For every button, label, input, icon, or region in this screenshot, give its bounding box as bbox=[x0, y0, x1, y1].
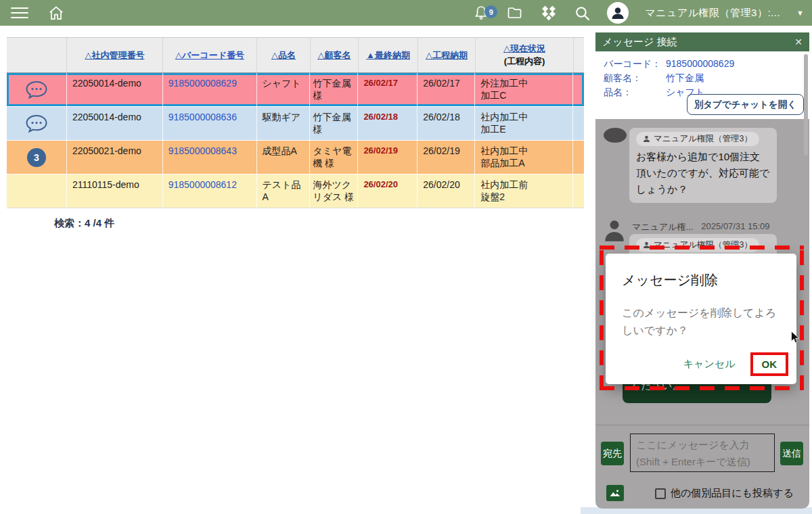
checkbox-label: 他の個別品目にも投稿する bbox=[671, 487, 794, 500]
management-no: 21110115-demo bbox=[67, 174, 163, 208]
process-due-date: 26/02/18 bbox=[418, 107, 475, 140]
annotation-dashed-border-right bbox=[800, 246, 804, 390]
ok-button-highlight-annotation: OK bbox=[750, 352, 789, 376]
ok-button[interactable]: OK bbox=[762, 358, 777, 370]
header-status[interactable]: △現在状況(工程内容) bbox=[476, 38, 574, 72]
message-panel-title: メッセージ 接続 bbox=[602, 36, 677, 49]
current-status: 社内加工前 旋盤2 bbox=[475, 174, 573, 208]
info-row-barcode: バーコード：9185000008629 bbox=[604, 57, 801, 71]
process-due-date: 26/02/20 bbox=[418, 174, 475, 208]
menu-icon[interactable] bbox=[11, 7, 28, 19]
management-no: 22050014-demo bbox=[67, 107, 163, 140]
info-barcode-value: 9185000008629 bbox=[666, 58, 734, 69]
product-name: 成型品A bbox=[257, 141, 311, 174]
notifications-bell-icon[interactable]: 9 bbox=[473, 5, 489, 21]
process-due-date: 26/02/17 bbox=[418, 73, 475, 106]
current-status: 外注加工中 加工C bbox=[475, 73, 573, 106]
info-row-customer: 顧客名：竹下金属 bbox=[604, 71, 801, 85]
items-table: △社内管理番号 △バーコード番号 △品名 △顧客名 ▲最終納期 △工程納期 △現… bbox=[7, 37, 584, 208]
mouse-cursor bbox=[790, 331, 800, 347]
annotation-dashed-border-bottom bbox=[600, 386, 804, 390]
screen: 9 マニュアル権限（管理3）:... ▼ bbox=[0, 0, 812, 514]
dialog-title: メッセージ削除 bbox=[606, 254, 796, 289]
unread-count-badge: 3 bbox=[27, 148, 46, 167]
customer-name: 竹下金属 様 bbox=[310, 107, 358, 140]
message-panel-header: メッセージ 接続 ✕ bbox=[595, 32, 809, 51]
close-icon[interactable]: ✕ bbox=[794, 37, 803, 47]
annotation-dashed-border-left bbox=[600, 246, 604, 390]
chat-bubble-icon[interactable] bbox=[7, 73, 67, 106]
person-icon bbox=[643, 135, 650, 143]
table-row[interactable]: 3 22050021-demo 9185000008643 成型品A タミヤ電機… bbox=[7, 141, 584, 174]
notification-count-badge: 9 bbox=[484, 5, 497, 18]
header-extra-col bbox=[574, 38, 584, 72]
header-product[interactable]: △品名 bbox=[257, 38, 311, 72]
sender-avatar bbox=[604, 219, 625, 245]
search-icon[interactable] bbox=[574, 5, 591, 22]
final-due-date: 26/02/17 bbox=[358, 73, 418, 106]
product-name: シャフト bbox=[257, 73, 311, 106]
final-due-date: 26/02/18 bbox=[358, 107, 418, 140]
message-text: お客様から追加で10個注文頂いたのですが、対応可能でしょうか？ bbox=[636, 149, 770, 197]
table-row[interactable]: 22050014-demo 9185000008636 駆動ギア 竹下金属 様 … bbox=[7, 107, 584, 141]
home-icon[interactable] bbox=[47, 4, 65, 22]
user-avatar[interactable] bbox=[607, 2, 629, 24]
customer-name: タミヤ電機 様 bbox=[310, 141, 358, 174]
message-input[interactable]: ここにメッセージを入力 (Shift + Enterキーで送信) bbox=[630, 434, 775, 472]
info-customer-value: 竹下金属 bbox=[666, 72, 704, 83]
recipient-button[interactable]: 宛先 bbox=[601, 442, 624, 465]
barcode-link[interactable]: 9185000008629 bbox=[163, 73, 257, 106]
item-info-section: バーコード：9185000008629 顧客名：竹下金属 品名：シャフト 別タブ… bbox=[595, 51, 809, 119]
send-button[interactable]: 送信 bbox=[780, 442, 803, 465]
message-composer: 宛先 ここにメッセージを入力 (Shift + Enterキーで送信) 送信 他… bbox=[595, 425, 809, 509]
product-name: 駆動ギア bbox=[257, 107, 311, 140]
header-customer[interactable]: △顧客名 bbox=[311, 38, 359, 72]
current-status: 社内加工中 加工E bbox=[475, 107, 573, 140]
header-icon-col bbox=[7, 38, 67, 72]
annotation-dashed-border-top bbox=[600, 246, 804, 250]
delete-message-dialog: メッセージ削除 このメッセージを削除してよろしいですか？ キャンセル OK bbox=[606, 254, 796, 384]
attach-image-button[interactable] bbox=[606, 485, 624, 501]
product-name: テスト品A bbox=[257, 174, 311, 208]
customer-name: 海外ツクリダス 様 bbox=[310, 174, 358, 208]
panel-scrollbar[interactable] bbox=[804, 54, 808, 156]
table-header-row: △社内管理番号 △バーコード番号 △品名 △顧客名 ▲最終納期 △工程納期 △現… bbox=[7, 37, 584, 73]
process-due-date: 26/02/19 bbox=[418, 141, 475, 174]
header-process-due[interactable]: △工程納期 bbox=[418, 38, 476, 72]
header-barcode[interactable]: △バーコード番号 bbox=[163, 38, 257, 72]
cancel-button[interactable]: キャンセル bbox=[678, 354, 741, 375]
search-result-count: 検索：4 /4 件 bbox=[54, 217, 114, 230]
dropbox-icon[interactable] bbox=[540, 5, 558, 21]
image-icon bbox=[609, 488, 621, 498]
navbar: 9 マニュアル権限（管理3）:... ▼ bbox=[0, 0, 812, 26]
folder-icon[interactable] bbox=[505, 5, 524, 21]
management-no: 22050014-demo bbox=[67, 73, 163, 106]
table-row[interactable]: 22050014-demo 9185000008629 シャフト 竹下金属 様 … bbox=[7, 73, 584, 107]
user-menu-label[interactable]: マニュアル権限（管理3）:... bbox=[645, 7, 780, 20]
dialog-body-text: このメッセージを削除してよろしいですか？ bbox=[606, 289, 796, 340]
table-row[interactable]: 21110115-demo 9185000008612 テスト品A 海外ツクリダ… bbox=[7, 174, 584, 208]
sender-avatar bbox=[604, 128, 627, 143]
chevron-down-icon[interactable]: ▼ bbox=[796, 9, 804, 17]
header-management-no[interactable]: △社内管理番号 bbox=[67, 38, 163, 72]
chat-bubble-icon[interactable] bbox=[7, 107, 67, 140]
management-no: 22050021-demo bbox=[67, 141, 163, 174]
barcode-link[interactable]: 9185000008643 bbox=[163, 141, 257, 174]
barcode-link[interactable]: 9185000008636 bbox=[163, 107, 257, 140]
final-due-date: 26/02/20 bbox=[358, 174, 418, 208]
post-to-other-items-checkbox[interactable] bbox=[655, 488, 666, 499]
customer-name: 竹下金属 様 bbox=[310, 73, 358, 106]
current-status: 社内加工中 部品加工A bbox=[475, 141, 573, 174]
header-final-due[interactable]: ▲最終納期 bbox=[359, 38, 418, 72]
sender-role-badge: マニュアル権限（管理3） bbox=[654, 133, 752, 145]
final-due-date: 26/02/19 bbox=[358, 141, 418, 174]
sender-name: マニュアル権... bbox=[632, 221, 693, 233]
barcode-link[interactable]: 9185000008612 bbox=[163, 174, 257, 208]
open-chat-new-tab-button[interactable]: 別タブでチャットを開く bbox=[687, 94, 804, 115]
chat-message: マニュアル権限（管理3） お客様から追加で10個注文頂いたのですが、対応可能でし… bbox=[629, 128, 777, 203]
message-timestamp: 2025/07/31 15:09 bbox=[701, 221, 769, 233]
